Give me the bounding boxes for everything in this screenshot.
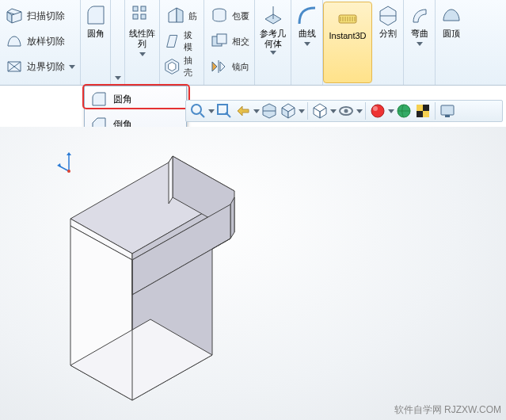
svg-rect-0 [133, 6, 138, 11]
svg-point-13 [373, 106, 378, 111]
chevron-down-icon [330, 109, 337, 113]
fillet-dropdown[interactable] [111, 0, 125, 85]
separator [365, 102, 366, 120]
bend-label: 弯曲 [409, 29, 430, 39]
svg-rect-1 [141, 6, 146, 11]
viewport-icon[interactable] [439, 102, 456, 120]
chevron-down-icon [417, 42, 423, 46]
svg-point-12 [371, 105, 384, 117]
orientation-dropdown[interactable] [299, 102, 304, 120]
instant3d-icon [337, 7, 359, 29]
instant3d-button[interactable]: Instant3D [323, 2, 372, 83]
linear-pattern-icon [131, 5, 154, 27]
separator [307, 102, 308, 120]
sweep-cut[interactable]: 扫描切除 [0, 3, 80, 29]
chevron-down-icon [208, 109, 215, 113]
svg-rect-16 [417, 105, 423, 111]
chevron-down-icon [69, 65, 75, 69]
svg-rect-6 [217, 34, 226, 44]
ref-geometry-icon [262, 5, 284, 27]
watermark-text: 软件自学网 RJZXW.COM [394, 404, 501, 415]
draft-button[interactable]: 拔模 [160, 29, 204, 54]
ref-geometry-label: 参考几 何体 [258, 29, 287, 49]
svg-rect-17 [423, 111, 429, 117]
loft-cut[interactable]: 放样切除 [0, 29, 80, 54]
prev-view-icon[interactable] [234, 102, 252, 120]
graphics-viewport[interactable] [0, 127, 506, 420]
menu-item-label: 圆角 [113, 93, 132, 106]
rib-label: 筋 [188, 10, 197, 22]
chevron-down-icon [388, 109, 394, 113]
mirror-button[interactable]: 镜向 [207, 54, 253, 79]
chevron-down-icon [356, 109, 363, 113]
col-mid1: 筋 拔模 抽壳 [160, 0, 204, 85]
linear-pattern-button[interactable]: 线性阵 列 [125, 0, 160, 85]
scene-icon[interactable] [395, 102, 413, 120]
curve-button[interactable]: 曲线 [291, 0, 323, 85]
display-dropdown[interactable] [330, 102, 336, 120]
chevron-down-icon [299, 109, 305, 113]
ref-geometry-button[interactable]: 参考几 何体 [255, 0, 291, 85]
fillet-button[interactable]: 圆角 [81, 0, 111, 85]
svg-rect-3 [141, 14, 146, 19]
dome-button[interactable]: 圆顶 [436, 0, 467, 85]
menu-item-fillet[interactable]: 圆角 [85, 86, 186, 112]
display-style-icon[interactable] [311, 102, 329, 120]
draft-icon [163, 32, 181, 51]
section-view-icon[interactable] [261, 102, 278, 120]
part-model [55, 147, 301, 417]
mirror-label: 镜向 [232, 61, 249, 73]
curve-label: 曲线 [297, 29, 318, 39]
chevron-down-icon [253, 109, 260, 113]
chevron-down-icon [304, 42, 310, 46]
intersect-button[interactable]: 相交 [207, 29, 253, 54]
boundary-cut-icon [5, 57, 24, 76]
loft-cut-label: 放样切除 [27, 35, 75, 48]
view-orientation-icon[interactable] [280, 102, 297, 120]
shell-icon [163, 57, 181, 76]
zoom-area-icon[interactable] [215, 102, 233, 120]
prev-view-dropdown[interactable] [253, 102, 259, 120]
hide-dropdown[interactable] [356, 102, 362, 120]
instant3d-label: Instant3D [327, 31, 367, 44]
origin-marker [55, 147, 82, 174]
svg-marker-27 [230, 197, 234, 239]
view-toolbar [185, 100, 503, 122]
render-icon[interactable] [414, 102, 432, 120]
chevron-down-icon [270, 51, 276, 55]
dome-icon [440, 5, 462, 27]
draft-label: 拔模 [184, 29, 200, 53]
wrap-button[interactable]: 包覆 [207, 3, 253, 29]
sweep-cut-icon [5, 6, 24, 25]
separator [435, 102, 436, 120]
dome-label: 圆顶 [441, 29, 462, 39]
fillet-icon [85, 5, 107, 27]
svg-point-11 [344, 109, 348, 113]
split-button[interactable]: 分割 [372, 0, 404, 85]
svg-rect-18 [441, 105, 454, 115]
wrap-label: 包覆 [232, 10, 249, 22]
chevron-down-icon [115, 76, 121, 80]
watermark: 软件自学网 RJZXW.COM [394, 403, 501, 417]
shell-button[interactable]: 抽壳 [160, 54, 204, 79]
sweep-cut-label: 扫描切除 [27, 10, 75, 23]
ribbon: 扫描切除 放样切除 边界切除 圆角 线性阵 列 筋 拔模 [0, 0, 506, 86]
rib-icon [166, 6, 185, 25]
intersect-label: 相交 [232, 36, 249, 48]
zoom-fit-icon[interactable] [189, 102, 207, 120]
hide-show-icon[interactable] [337, 102, 355, 120]
appearance-icon[interactable] [369, 102, 386, 120]
svg-rect-19 [445, 115, 450, 117]
chevron-down-icon [139, 52, 146, 56]
wrap-icon [210, 6, 229, 25]
boundary-cut[interactable]: 边界切除 [0, 54, 80, 79]
bend-button[interactable]: 弯曲 [404, 0, 436, 85]
fillet-label: 圆角 [86, 29, 106, 39]
rib-button[interactable]: 筋 [163, 3, 200, 29]
zoom-dropdown[interactable] [208, 102, 214, 120]
boundary-cut-label: 边界切除 [27, 60, 66, 74]
fillet-icon [91, 91, 107, 107]
appearance-dropdown[interactable] [388, 102, 394, 120]
shell-label: 抽壳 [184, 55, 200, 78]
split-label: 分割 [378, 29, 398, 39]
